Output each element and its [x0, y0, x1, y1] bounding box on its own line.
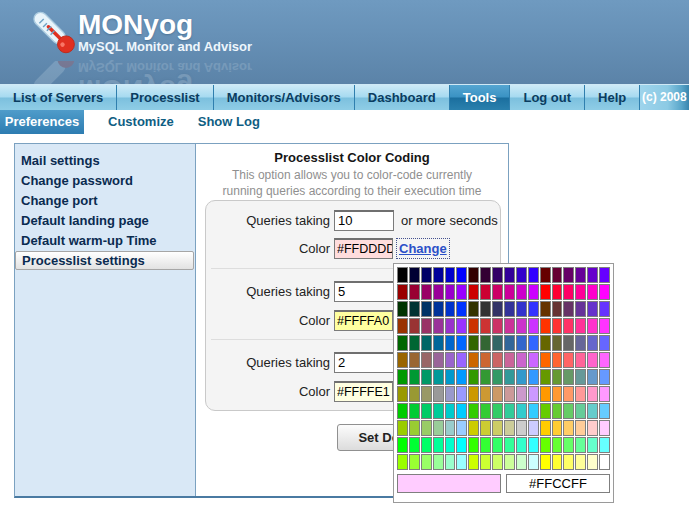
color-swatch[interactable]	[575, 301, 586, 317]
color-swatch[interactable]	[468, 369, 479, 385]
color-swatch[interactable]	[468, 318, 479, 334]
color-swatch[interactable]	[409, 454, 420, 470]
color-swatch[interactable]	[445, 437, 456, 453]
color-swatch[interactable]	[599, 437, 610, 453]
color-swatch[interactable]	[480, 301, 491, 317]
color-swatch[interactable]	[468, 437, 479, 453]
color-swatch[interactable]	[563, 335, 574, 351]
color-swatch[interactable]	[575, 454, 586, 470]
color-swatch[interactable]	[528, 403, 539, 419]
color-swatch[interactable]	[433, 403, 444, 419]
color-swatch[interactable]	[445, 369, 456, 385]
color-swatch[interactable]	[528, 420, 539, 436]
color-swatch[interactable]	[433, 454, 444, 470]
color-swatch[interactable]	[552, 335, 563, 351]
color-swatch[interactable]	[445, 420, 456, 436]
color-swatch[interactable]	[540, 437, 551, 453]
color-swatch[interactable]	[504, 437, 515, 453]
color-input-1[interactable]	[334, 238, 393, 259]
color-swatch[interactable]	[409, 335, 420, 351]
color-swatch[interactable]	[540, 386, 551, 402]
subnav-tab-customize[interactable]: Customize	[108, 110, 174, 134]
color-swatch[interactable]	[456, 284, 467, 300]
color-swatch[interactable]	[433, 267, 444, 283]
color-swatch[interactable]	[504, 318, 515, 334]
color-swatch[interactable]	[421, 454, 432, 470]
color-swatch[interactable]	[492, 335, 503, 351]
color-swatch[interactable]	[504, 352, 515, 368]
color-swatch[interactable]	[528, 437, 539, 453]
color-swatch[interactable]	[540, 284, 551, 300]
color-swatch[interactable]	[456, 301, 467, 317]
color-swatch[interactable]	[575, 335, 586, 351]
color-swatch[interactable]	[409, 267, 420, 283]
color-swatch[interactable]	[409, 352, 420, 368]
color-swatch[interactable]	[528, 386, 539, 402]
color-swatch[interactable]	[421, 284, 432, 300]
color-swatch[interactable]	[468, 454, 479, 470]
color-swatch[interactable]	[552, 267, 563, 283]
color-swatch[interactable]	[433, 301, 444, 317]
color-swatch[interactable]	[445, 386, 456, 402]
color-swatch[interactable]	[552, 301, 563, 317]
color-swatch[interactable]	[468, 386, 479, 402]
color-swatch[interactable]	[575, 318, 586, 334]
color-swatch[interactable]	[599, 318, 610, 334]
nav-tab-processlist[interactable]: Processlist	[117, 85, 213, 110]
color-input-2[interactable]	[334, 310, 393, 331]
color-swatch[interactable]	[456, 369, 467, 385]
sidebar-item-processlist-settings[interactable]: Processlist settings	[15, 251, 194, 270]
color-swatch[interactable]	[552, 437, 563, 453]
color-swatch[interactable]	[492, 352, 503, 368]
color-swatch[interactable]	[504, 301, 515, 317]
color-swatch[interactable]	[563, 301, 574, 317]
color-swatch[interactable]	[397, 369, 408, 385]
color-swatch[interactable]	[456, 267, 467, 283]
color-swatch[interactable]	[587, 403, 598, 419]
color-swatch[interactable]	[421, 301, 432, 317]
color-swatch[interactable]	[397, 284, 408, 300]
color-swatch[interactable]	[409, 318, 420, 334]
color-swatch[interactable]	[492, 284, 503, 300]
color-swatch[interactable]	[575, 437, 586, 453]
nav-tab-help[interactable]: Help	[585, 85, 640, 110]
color-swatch[interactable]	[528, 301, 539, 317]
color-swatch[interactable]	[456, 335, 467, 351]
nav-tab-tools[interactable]: Tools	[450, 85, 511, 110]
sidebar-item-mail-settings[interactable]: Mail settings	[15, 151, 195, 171]
color-swatch[interactable]	[492, 403, 503, 419]
color-swatch[interactable]	[421, 403, 432, 419]
seconds-input-2[interactable]	[334, 281, 394, 302]
color-swatch[interactable]	[516, 318, 527, 334]
color-swatch[interactable]	[575, 352, 586, 368]
color-swatch[interactable]	[552, 386, 563, 402]
color-swatch[interactable]	[421, 335, 432, 351]
color-swatch[interactable]	[516, 403, 527, 419]
color-swatch[interactable]	[563, 386, 574, 402]
color-swatch[interactable]	[599, 403, 610, 419]
color-swatch[interactable]	[433, 386, 444, 402]
color-swatch[interactable]	[397, 352, 408, 368]
color-swatch[interactable]	[456, 403, 467, 419]
color-swatch[interactable]	[409, 386, 420, 402]
color-swatch[interactable]	[397, 335, 408, 351]
color-swatch[interactable]	[480, 403, 491, 419]
color-swatch[interactable]	[540, 369, 551, 385]
color-swatch[interactable]	[397, 420, 408, 436]
color-swatch[interactable]	[480, 284, 491, 300]
color-swatch[interactable]	[468, 301, 479, 317]
nav-tab-dashboard[interactable]: Dashboard	[355, 85, 450, 110]
color-swatch[interactable]	[480, 335, 491, 351]
color-swatch[interactable]	[528, 318, 539, 334]
color-swatch[interactable]	[468, 403, 479, 419]
color-swatch[interactable]	[480, 267, 491, 283]
color-swatch[interactable]	[492, 437, 503, 453]
color-swatch[interactable]	[456, 420, 467, 436]
sidebar-item-change-password[interactable]: Change password	[15, 171, 195, 191]
color-swatch[interactable]	[433, 352, 444, 368]
color-swatch[interactable]	[409, 437, 420, 453]
color-swatch[interactable]	[445, 352, 456, 368]
color-swatch[interactable]	[433, 437, 444, 453]
color-swatch[interactable]	[480, 318, 491, 334]
color-swatch[interactable]	[587, 335, 598, 351]
